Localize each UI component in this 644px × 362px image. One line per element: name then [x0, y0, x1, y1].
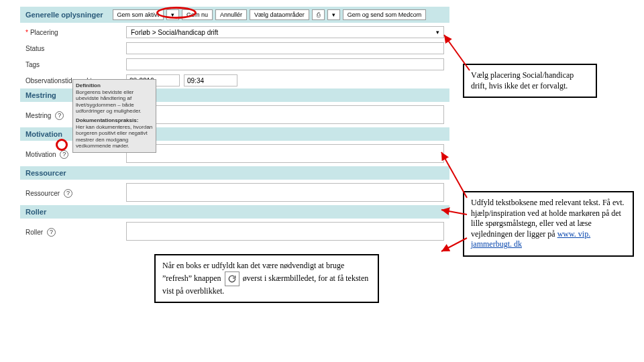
roller-textarea[interactable]	[126, 222, 444, 241]
tags-input[interactable]	[126, 58, 444, 70]
section-motivation-title: Motivation	[25, 130, 62, 138]
annotation-refresh: Når en boks er udfyldt kan det være nødv…	[154, 254, 379, 303]
help-icon-roller[interactable]: ?	[47, 228, 56, 237]
label-placering: *Placering	[25, 29, 126, 36]
print-button[interactable]: ⎙	[312, 9, 325, 20]
ressourcer-textarea[interactable]	[126, 183, 444, 202]
tooltip-body2: Her kan dokumenteres, hvordan borgeren p…	[76, 124, 153, 149]
section-generelle-title: Generelle oplysninger	[25, 11, 103, 19]
section-mestring-title: Mestring	[25, 91, 56, 99]
gem-medcom-button[interactable]: Gem og send som Medcom	[343, 9, 427, 20]
print-dropdown[interactable]: ▾	[327, 9, 340, 20]
chevron-down-icon: ▾	[436, 29, 439, 36]
gem-aktivt-button[interactable]: Gem som aktivt	[113, 9, 164, 20]
input-placering-wrap: Forløb > Social/handicap drift ▾	[126, 26, 444, 38]
annotation-tekstbokse: Udfyld tekstboksene med relevant tekst. …	[463, 191, 634, 257]
section-roller-header: Roller	[20, 205, 449, 219]
motivation-textarea[interactable]	[126, 144, 444, 163]
annuller-button[interactable]: Annullér	[215, 9, 247, 20]
mestring-textarea[interactable]	[126, 105, 444, 124]
tooltip-title2: Dokumentationspraksis:	[76, 117, 153, 124]
vaelg-dataomraader-button[interactable]: Vælg dataområder	[250, 9, 309, 20]
row-placering: *Placering Forløb > Social/handicap drif…	[20, 24, 449, 40]
row-roller: Roller ?	[20, 220, 449, 244]
observation-time-input[interactable]	[184, 74, 237, 86]
section-generelle-header: Generelle oplysninger Gem som aktivt ▾ G…	[20, 7, 449, 23]
annotation-placering: Vælg placering Social/handicap drift, hv…	[463, 64, 597, 98]
row-status: Status	[20, 40, 449, 56]
placering-value: Forløb > Social/handicap drift	[131, 29, 218, 36]
gem-aktivt-dropdown[interactable]: ▾	[166, 9, 179, 20]
tooltip-title: Definition	[76, 82, 153, 89]
section-ressourcer-header: Ressourcer	[20, 166, 449, 180]
row-tags: Tags	[20, 56, 449, 72]
toolbar: Gem som aktivt ▾ Gem nu Annullér Vælg da…	[113, 9, 427, 20]
help-icon-ressourcer[interactable]: ?	[64, 189, 72, 198]
help-icon-mestring[interactable]: ?	[55, 111, 64, 120]
label-ressourcer: Ressourcer ?	[25, 189, 126, 198]
help-icon-motivation[interactable]: ?	[60, 150, 68, 159]
refresh-icon	[225, 272, 239, 286]
placering-select[interactable]: Forløb > Social/handicap drift ▾	[126, 26, 444, 38]
definition-tooltip: Definition Borgerens bevidste eller ubev…	[72, 79, 156, 153]
tooltip-body1: Borgerens bevidste eller ubevidste håndt…	[76, 89, 153, 115]
status-input[interactable]	[126, 42, 444, 54]
label-roller: Roller ?	[25, 228, 126, 237]
section-roller-title: Roller	[25, 208, 46, 216]
label-tags: Tags	[25, 61, 126, 68]
gem-nu-button[interactable]: Gem nu	[182, 9, 213, 20]
label-status: Status	[25, 45, 126, 52]
row-ressourcer: Ressourcer ?	[20, 181, 449, 205]
section-ressourcer-title: Ressourcer	[25, 169, 66, 177]
